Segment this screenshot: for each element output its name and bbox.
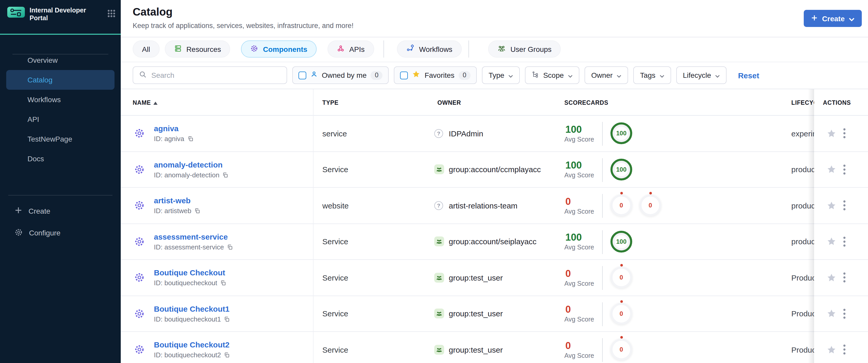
- favorite-star-button[interactable]: [827, 188, 836, 223]
- copy-icon[interactable]: [227, 244, 233, 250]
- group-owner-icon: [434, 164, 444, 175]
- column-header-type[interactable]: TYPE: [322, 89, 339, 116]
- scorecard-ring: 0: [640, 195, 661, 216]
- avg-score-cell: 0Avg Score: [564, 332, 594, 363]
- entity-name-cell: agnivaID: agniva: [154, 116, 193, 151]
- avg-score-label: Avg Score: [564, 208, 594, 215]
- row-menu-button[interactable]: [843, 296, 846, 331]
- copy-icon[interactable]: [224, 316, 230, 322]
- tab-group-divider: [468, 40, 469, 58]
- tab-workflows[interactable]: Workflows: [397, 40, 462, 58]
- entity-name-cell: artist-webID: artistweb: [154, 188, 200, 223]
- owner-filter-dropdown[interactable]: Owner: [585, 66, 628, 84]
- sidebar-configure-button[interactable]: Configure: [0, 223, 121, 243]
- sidebar-item-overview[interactable]: Overview: [0, 50, 121, 70]
- avg-score-cell: 0Avg Score: [564, 296, 594, 331]
- apps-grid-icon[interactable]: [107, 9, 116, 20]
- copy-icon[interactable]: [223, 172, 228, 178]
- reset-filters-link[interactable]: Reset: [738, 71, 759, 80]
- scorecard-ring: 0: [611, 267, 632, 289]
- sidebar-item-docs[interactable]: Docs: [0, 149, 121, 169]
- search-input[interactable]: [151, 71, 281, 79]
- score-divider: [602, 266, 603, 290]
- tab-components[interactable]: Components: [241, 40, 317, 58]
- star-icon: [412, 70, 421, 80]
- component-gear-icon: [134, 260, 145, 295]
- type-filter-dropdown[interactable]: Type: [482, 66, 520, 84]
- avg-score-value: 0: [565, 304, 571, 315]
- entity-name-link[interactable]: artist-web: [154, 196, 191, 205]
- favorite-star-button[interactable]: [827, 116, 836, 151]
- entity-name-link[interactable]: anomaly-detection: [154, 160, 223, 169]
- sidebar-item-catalog[interactable]: Catalog: [6, 70, 115, 90]
- sidebar-create-button[interactable]: Create: [0, 201, 121, 221]
- row-menu-button[interactable]: [843, 188, 846, 223]
- entity-name-link[interactable]: Boutique Checkout2: [154, 340, 229, 349]
- column-header-scorecards[interactable]: SCORECARDS: [564, 89, 609, 116]
- favorite-star-button[interactable]: [827, 296, 836, 331]
- favorite-star-button[interactable]: [827, 224, 836, 259]
- gear-icon: [14, 228, 23, 238]
- owned-by-me-checkbox[interactable]: [299, 71, 306, 79]
- scorecard-ring: 100: [611, 123, 632, 144]
- entity-name-link[interactable]: agniva: [154, 124, 179, 133]
- owner-icon-cell: [434, 224, 444, 259]
- component-gear-icon: [134, 152, 145, 187]
- dropdown-label: Tags: [640, 71, 655, 79]
- tab-group-divider: [383, 40, 384, 58]
- sidebar-item-api[interactable]: API: [0, 110, 121, 129]
- entity-id: ID: boutiquecheckout1: [154, 315, 230, 323]
- copy-icon[interactable]: [194, 208, 200, 214]
- group-owner-icon: [434, 237, 444, 247]
- favorite-star-button[interactable]: [827, 152, 836, 187]
- entity-name-link[interactable]: Boutique Checkout1: [154, 304, 229, 313]
- favorites-checkbox[interactable]: [400, 71, 408, 79]
- favorites-filter[interactable]: Favorites 0: [394, 66, 477, 84]
- owned-by-me-filter[interactable]: Owned by me 0: [292, 66, 389, 84]
- owner-icon-cell: [434, 152, 444, 187]
- scope-filter-dropdown[interactable]: Scope: [525, 66, 579, 84]
- row-menu-button[interactable]: [843, 260, 846, 295]
- sidebar-item-testnewpage[interactable]: TestNewPage: [0, 129, 121, 149]
- favorite-star-button[interactable]: [827, 260, 836, 295]
- entity-name-link[interactable]: Boutique Checkout: [154, 268, 225, 277]
- progress-dot: [620, 192, 623, 195]
- create-button[interactable]: Create: [804, 10, 862, 27]
- avg-score-cell: 100Avg Score: [564, 152, 594, 187]
- header-divider: [121, 37, 868, 37]
- copy-icon[interactable]: [224, 352, 230, 358]
- page-title: Catalog: [133, 6, 173, 18]
- table-row: Boutique CheckoutID: boutiquecheckoutSer…: [121, 260, 868, 296]
- entity-owner: group:test_user: [449, 296, 503, 331]
- row-menu-button[interactable]: [843, 116, 846, 151]
- copy-icon[interactable]: [220, 280, 226, 286]
- tab-all[interactable]: All: [133, 40, 159, 58]
- lifecycle-filter-dropdown[interactable]: Lifecycle: [676, 66, 726, 84]
- tab-label: User Groups: [510, 45, 552, 53]
- copy-icon[interactable]: [187, 136, 193, 142]
- owner-icon-cell: ?: [434, 116, 443, 151]
- group-owner-icon: [434, 273, 444, 283]
- column-header-lifecycle[interactable]: LIFECYCLE: [791, 89, 814, 116]
- tags-filter-dropdown[interactable]: Tags: [633, 66, 671, 84]
- scorecard-ring: 0: [611, 303, 632, 325]
- tab-user-groups[interactable]: User Groups: [488, 40, 561, 58]
- column-header-owner[interactable]: OWNER: [437, 89, 461, 116]
- column-header-name[interactable]: NAME: [133, 89, 158, 116]
- tab-resources[interactable]: Resources: [164, 40, 230, 58]
- avg-score-label: Avg Score: [564, 280, 594, 287]
- entity-owner: group:test_user: [449, 260, 503, 295]
- apis-icon: [337, 44, 345, 54]
- entity-type: Service: [322, 224, 348, 259]
- chevron-down-icon: [568, 71, 572, 79]
- avg-score-value: 0: [565, 340, 571, 351]
- entity-name-link[interactable]: assessment-service: [154, 232, 228, 241]
- tab-apis[interactable]: APIs: [328, 40, 374, 58]
- avg-score-value: 100: [565, 124, 582, 135]
- row-menu-button[interactable]: [843, 224, 846, 259]
- row-menu-button[interactable]: [843, 152, 846, 187]
- chevron-down-icon: [659, 71, 664, 79]
- row-menu-button[interactable]: [843, 332, 846, 363]
- favorite-star-button[interactable]: [827, 332, 836, 363]
- sidebar-item-workflows[interactable]: Workflows: [0, 90, 121, 110]
